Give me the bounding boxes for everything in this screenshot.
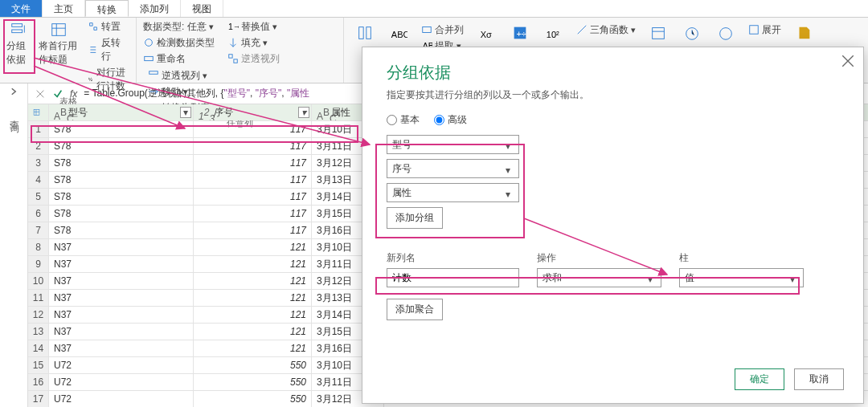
- split-icon: [356, 24, 374, 42]
- tab-home[interactable]: 主页: [43, 0, 85, 17]
- add-agg-button[interactable]: 添加聚合: [387, 299, 443, 320]
- cell[interactable]: S78: [49, 222, 194, 238]
- cell[interactable]: S78: [49, 172, 194, 188]
- cell[interactable]: 117: [194, 155, 312, 171]
- count-rows-button[interactable]: ½对行进行计数: [84, 65, 133, 94]
- cell[interactable]: 550: [194, 357, 312, 373]
- col-header-a[interactable]: ABC型号▾: [49, 104, 194, 120]
- cell[interactable]: S78: [49, 189, 194, 205]
- use-header-button[interactable]: 将首行用作标题: [35, 19, 84, 94]
- cell[interactable]: N37: [49, 239, 194, 255]
- svg-text:1→2: 1→2: [228, 22, 239, 31]
- svg-rect-22: [750, 26, 759, 35]
- tab-file[interactable]: 文件: [0, 0, 43, 17]
- row-index: 7: [28, 222, 49, 238]
- query-gutter[interactable]: 查询: [0, 83, 28, 407]
- group-select-2[interactable]: 序号▾: [387, 159, 519, 178]
- cell[interactable]: N37: [49, 256, 194, 272]
- ok-button[interactable]: 确定: [735, 368, 784, 390]
- cell[interactable]: 117: [194, 172, 312, 188]
- sci-icon: 10²: [545, 24, 563, 42]
- cell[interactable]: U72: [49, 374, 194, 390]
- row-index: 11: [28, 290, 49, 306]
- dtype-button[interactable]: 数据类型: 任意 ▾: [140, 19, 218, 35]
- svg-text:Χσ: Χσ: [481, 30, 492, 39]
- filter-dropdown-icon[interactable]: ▾: [298, 107, 309, 118]
- unpivot-button[interactable]: 逆透视列 ▾: [145, 68, 213, 83]
- tab-view[interactable]: 视图: [181, 0, 223, 17]
- calc-icon: +÷: [511, 24, 529, 42]
- row-index: 16: [28, 374, 49, 390]
- dialog-title: 分组依据: [387, 62, 839, 83]
- row-header-corner[interactable]: [28, 104, 49, 120]
- svg-rect-8: [234, 59, 237, 63]
- rename-icon: [143, 53, 154, 64]
- cell[interactable]: S78: [49, 138, 194, 154]
- rename-button[interactable]: 重命名: [140, 51, 218, 67]
- row-index: 8: [28, 239, 49, 255]
- cell[interactable]: 121: [194, 273, 312, 289]
- cell[interactable]: N37: [49, 324, 194, 340]
- tab-addcol[interactable]: 添加列: [129, 0, 181, 17]
- cell[interactable]: 121: [194, 239, 312, 255]
- detect-button[interactable]: 检测数据类型: [140, 35, 218, 51]
- count-icon: ½: [88, 74, 94, 85]
- cell[interactable]: 121: [194, 324, 312, 340]
- cell[interactable]: 117: [194, 189, 312, 205]
- table-icon: [50, 21, 68, 39]
- cell[interactable]: 117: [194, 222, 312, 238]
- cell[interactable]: 550: [194, 374, 312, 390]
- cell[interactable]: 117: [194, 138, 312, 154]
- pivot-button[interactable]: 逆透视列: [224, 51, 283, 67]
- cell[interactable]: N37: [49, 273, 194, 289]
- row-index: 10: [28, 273, 49, 289]
- group-by-button[interactable]: 分组依据: [3, 19, 34, 94]
- tab-transform[interactable]: 转换: [85, 0, 129, 17]
- merge-button[interactable]: 合并列: [418, 22, 467, 38]
- row-index: 6: [28, 206, 49, 222]
- reverse-icon: [88, 44, 99, 55]
- cell[interactable]: 121: [194, 340, 312, 356]
- cell[interactable]: N37: [49, 290, 194, 306]
- svg-text:ABC: ABC: [391, 30, 407, 39]
- filter-dropdown-icon[interactable]: ▾: [180, 107, 191, 118]
- col-header-b[interactable]: 123序号▾: [194, 104, 312, 120]
- transpose-button[interactable]: 转置: [84, 19, 133, 35]
- row-index: 2: [28, 138, 49, 154]
- cell[interactable]: N37: [49, 340, 194, 356]
- radio-basic[interactable]: 基本: [387, 113, 420, 127]
- expand-button[interactable]: 展开: [745, 22, 784, 38]
- col-select[interactable]: 值▾: [679, 268, 804, 287]
- detect-icon: [143, 37, 154, 48]
- cell[interactable]: 121: [194, 290, 312, 306]
- cell[interactable]: S78: [49, 206, 194, 222]
- radio-advanced[interactable]: 高级: [434, 113, 467, 127]
- sigma-icon: Χσ: [477, 24, 495, 42]
- cell[interactable]: U72: [49, 391, 194, 407]
- transpose-icon: [88, 21, 99, 32]
- newcol-input[interactable]: [387, 268, 519, 287]
- cell[interactable]: N37: [49, 307, 194, 323]
- fill-button[interactable]: 填充 ▾: [224, 35, 283, 51]
- reverse-button[interactable]: 反转行: [84, 35, 133, 64]
- group-select-3[interactable]: 属性▾: [387, 183, 519, 202]
- op-select[interactable]: 求和▾: [537, 268, 661, 287]
- trig-icon: [576, 24, 588, 35]
- close-icon[interactable]: [841, 54, 855, 68]
- cell[interactable]: 121: [194, 256, 312, 272]
- cancel-button[interactable]: 取消: [794, 368, 844, 390]
- row-index: 4: [28, 172, 49, 188]
- svg-point-21: [720, 28, 732, 40]
- cell[interactable]: 121: [194, 307, 312, 323]
- row-index: 17: [28, 391, 49, 407]
- cell[interactable]: U72: [49, 357, 194, 373]
- cell[interactable]: S78: [49, 155, 194, 171]
- move-button[interactable]: 移动 ▾: [145, 84, 213, 100]
- add-group-button[interactable]: 添加分组: [387, 207, 443, 229]
- trig-button[interactable]: 三角函数 ▾: [573, 22, 639, 38]
- group-select-1[interactable]: 型号▾: [387, 135, 519, 154]
- cell[interactable]: 117: [194, 206, 312, 222]
- row-index: 3: [28, 155, 49, 171]
- cell[interactable]: 550: [194, 391, 312, 407]
- replace-button[interactable]: 1→2替换值 ▾: [224, 19, 283, 35]
